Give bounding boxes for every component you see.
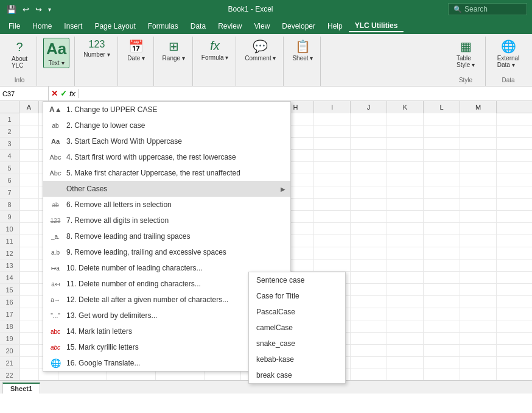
menu-file[interactable]: File: [2, 21, 26, 32]
table-cell[interactable]: [460, 235, 497, 247]
table-cell[interactable]: [387, 296, 424, 308]
table-cell[interactable]: [460, 357, 497, 369]
table-cell[interactable]: [424, 138, 460, 150]
table-cell[interactable]: [387, 247, 424, 259]
table-cell[interactable]: [19, 272, 39, 284]
dropdown-item-3[interactable]: Aa 3. Start Each Word With Uppercase: [43, 133, 290, 149]
submenu-sentence-case[interactable]: Sentence case: [249, 272, 345, 288]
table-cell[interactable]: [460, 259, 497, 272]
table-cell[interactable]: [314, 174, 351, 186]
table-cell[interactable]: [314, 199, 351, 211]
table-cell[interactable]: [460, 174, 497, 186]
col-header-l[interactable]: L: [424, 101, 460, 113]
menu-data[interactable]: Data: [184, 21, 212, 32]
table-cell[interactable]: [351, 296, 387, 308]
dropdown-item-9[interactable]: a.b 9. Remove leading, trailing and exce…: [43, 244, 290, 260]
table-cell[interactable]: [351, 174, 387, 186]
table-cell[interactable]: [387, 259, 424, 272]
table-cell[interactable]: [351, 162, 387, 174]
dropdown-item-6[interactable]: ab 6. Remove all letters in selection: [43, 197, 290, 213]
table-cell[interactable]: [19, 247, 39, 259]
menu-review[interactable]: Review: [212, 21, 248, 32]
qa-dropdown-icon[interactable]: ▾: [46, 6, 53, 13]
redo-icon[interactable]: ↪: [33, 5, 44, 14]
text-button[interactable]: Aa Text ▾: [43, 38, 69, 68]
table-cell[interactable]: [351, 247, 387, 259]
table-cell[interactable]: [19, 333, 39, 345]
table-cell[interactable]: [460, 125, 497, 138]
table-cell[interactable]: [19, 223, 39, 235]
table-cell[interactable]: [19, 296, 39, 308]
table-cell[interactable]: [314, 259, 351, 272]
table-cell[interactable]: [351, 308, 387, 320]
table-cell[interactable]: [19, 186, 39, 199]
formula-button[interactable]: fx Formula ▾: [199, 38, 231, 62]
table-cell[interactable]: [351, 357, 387, 369]
submenu-camel-case[interactable]: camelCase: [249, 320, 345, 336]
table-cell[interactable]: [424, 235, 460, 247]
table-cell[interactable]: [387, 320, 424, 333]
table-cell[interactable]: [351, 186, 387, 199]
submenu-kebab-case[interactable]: kebab-kase: [249, 351, 345, 367]
submenu-pascal-case[interactable]: PascalCase: [249, 304, 345, 320]
table-cell[interactable]: [424, 357, 460, 369]
number-button[interactable]: 123 Number ▾: [81, 38, 112, 59]
table-cell[interactable]: [387, 357, 424, 369]
undo-icon[interactable]: ↩: [21, 5, 31, 14]
table-cell[interactable]: [19, 320, 39, 333]
col-header-k[interactable]: K: [387, 101, 424, 113]
table-cell[interactable]: [351, 320, 387, 333]
table-cell[interactable]: [314, 150, 351, 162]
table-cell[interactable]: [424, 174, 460, 186]
sheet-button[interactable]: 📋 Sheet ▾: [290, 38, 315, 63]
cancel-formula-icon[interactable]: ✕: [51, 89, 58, 98]
table-cell[interactable]: [387, 113, 424, 125]
sheet-tab-1[interactable]: Sheet1: [2, 383, 40, 394]
table-cell[interactable]: [460, 369, 497, 381]
table-cell[interactable]: [314, 113, 351, 125]
table-cell[interactable]: [460, 296, 497, 308]
confirm-formula-icon[interactable]: ✓: [60, 89, 67, 98]
table-cell[interactable]: [460, 247, 497, 259]
table-cell[interactable]: [460, 320, 497, 333]
table-cell[interactable]: [387, 223, 424, 235]
table-cell[interactable]: [460, 223, 497, 235]
table-cell[interactable]: [424, 211, 460, 223]
dropdown-item-othercases[interactable]: Other Cases ▶: [43, 181, 290, 197]
table-cell[interactable]: [19, 345, 39, 357]
dropdown-item-4[interactable]: Abc 4. Start first word with uppercase, …: [43, 149, 290, 165]
table-cell[interactable]: [387, 211, 424, 223]
table-cell[interactable]: [351, 211, 387, 223]
table-cell[interactable]: [351, 113, 387, 125]
table-cell[interactable]: [314, 247, 351, 259]
table-cell[interactable]: [314, 138, 351, 150]
table-cell[interactable]: [19, 308, 39, 320]
table-cell[interactable]: [314, 211, 351, 223]
menu-page-layout[interactable]: Page Layout: [88, 21, 141, 32]
menu-home[interactable]: Home: [26, 21, 58, 32]
table-cell[interactable]: [351, 259, 387, 272]
menu-view[interactable]: View: [248, 21, 276, 32]
submenu-case-for-title[interactable]: Case for Title: [249, 288, 345, 304]
table-cell[interactable]: [460, 162, 497, 174]
table-cell[interactable]: [387, 272, 424, 284]
about-ylc-button[interactable]: ? AboutYLC: [7, 38, 32, 70]
dropdown-item-2[interactable]: ab 2. Change to lower case: [43, 118, 290, 133]
table-cell[interactable]: [19, 199, 39, 211]
table-cell[interactable]: [424, 186, 460, 199]
table-cell[interactable]: [19, 138, 39, 150]
table-cell[interactable]: [314, 223, 351, 235]
table-cell[interactable]: [19, 357, 39, 369]
col-header-j[interactable]: J: [351, 101, 387, 113]
table-cell[interactable]: [387, 199, 424, 211]
table-cell[interactable]: [460, 186, 497, 199]
table-cell[interactable]: [460, 138, 497, 150]
table-cell[interactable]: [19, 235, 39, 247]
table-cell[interactable]: [387, 162, 424, 174]
table-cell[interactable]: [19, 211, 39, 223]
table-cell[interactable]: [314, 186, 351, 199]
table-cell[interactable]: [460, 284, 497, 296]
date-button[interactable]: 📅 Date ▾: [124, 38, 149, 63]
table-cell[interactable]: [424, 113, 460, 125]
table-cell[interactable]: [424, 199, 460, 211]
